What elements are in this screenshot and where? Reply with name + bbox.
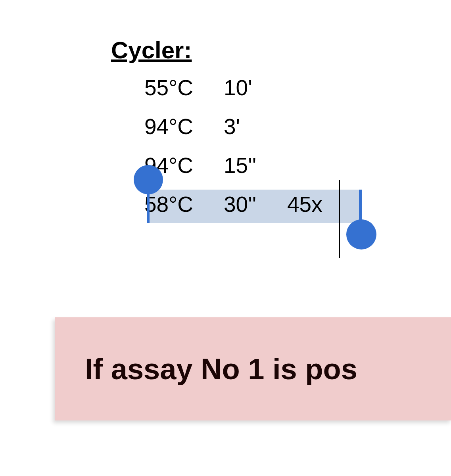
step-time: 30'' [224,185,287,224]
step-temp: 94°C [144,107,224,146]
step-cycles [287,146,331,185]
step-time: 3' [224,107,287,146]
cycler-heading: Cycler: [111,36,451,64]
note-text: If assay No 1 is pos [85,352,357,386]
cycle-bracket-line [339,180,340,258]
selection-caret-right[interactable] [359,190,362,223]
cycler-step-row: 55°C 10' [144,69,451,107]
cycler-step-row: 94°C 3' [144,107,451,146]
step-temp: 55°C [144,69,224,107]
selection-caret-left[interactable] [147,190,150,223]
step-time: 15'' [224,146,287,185]
step-cycles [287,69,331,107]
cycler-block: Cycler: 55°C 10' 94°C 3' 94°C 15'' 58°C … [111,36,451,224]
cycler-steps: 55°C 10' 94°C 3' 94°C 15'' 58°C 30'' 45x [144,69,451,224]
cycler-step-row: 94°C 15'' [144,146,451,185]
cycler-step-row: 58°C 30'' 45x [144,185,451,224]
selection-handle-end[interactable] [346,219,376,250]
selection-handle-start[interactable] [134,165,163,194]
note-box: If assay No 1 is pos [55,317,451,420]
step-time: 10' [224,69,287,107]
step-cycles [287,107,331,146]
step-cycles: 45x [287,185,331,224]
